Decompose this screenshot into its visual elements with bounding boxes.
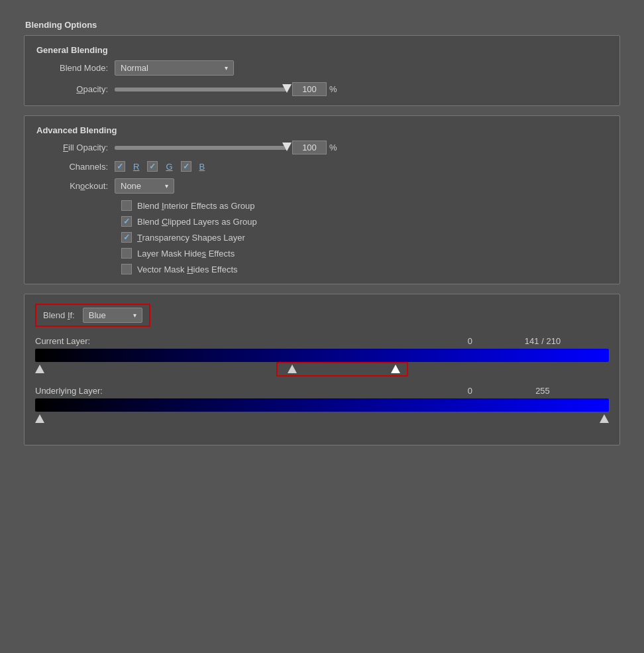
channels-label: Channels: <box>35 162 115 172</box>
channel-r-checkbox[interactable] <box>115 161 125 172</box>
blending-options-panel: Blending Options General Blending Blend … <box>13 13 631 461</box>
underlying-layer-thumbs-row <box>35 414 609 426</box>
transparency-shapes-label: Transparency Shapes Layer <box>137 233 245 243</box>
opacity-slider-container: 100 % <box>115 82 609 96</box>
vector-mask-checkbox[interactable] <box>121 264 132 274</box>
vector-mask-row: Vector Mask Hides Effects <box>121 264 609 274</box>
current-layer-thumbs-row <box>35 365 609 377</box>
transparency-shapes-checkbox[interactable] <box>121 232 132 243</box>
blend-clipped-label: Blend Clipped Layers as Group <box>137 217 257 227</box>
layer-mask-row: Layer Mask Hides Effects <box>121 248 609 259</box>
underlying-layer-val-left: 0 <box>468 386 472 396</box>
opacity-label: Opacity: <box>35 84 115 94</box>
fill-opacity-slider-container: % <box>115 141 609 154</box>
underlying-layer-thumb-left[interactable] <box>35 414 44 423</box>
fill-opacity-slider-track[interactable] <box>115 146 287 150</box>
opacity-value-input[interactable]: 100 <box>292 82 327 96</box>
blend-if-label: Blend If: <box>43 310 75 320</box>
blend-clipped-checkbox[interactable] <box>121 216 132 227</box>
opacity-percent: % <box>329 84 337 94</box>
blend-mode-label: Blend Mode: <box>35 63 115 73</box>
current-layer-thumb-mid-right[interactable] <box>391 365 400 373</box>
current-layer-thumb-left[interactable] <box>35 365 44 373</box>
blend-if-dropdown[interactable]: Blue ▾ <box>83 308 142 323</box>
general-blending-section: General Blending Blend Mode: Normal ▾ Op… <box>24 35 620 106</box>
channel-r-label[interactable]: R <box>133 162 139 172</box>
channel-g-item: G <box>147 161 172 172</box>
blend-if-arrow-icon: ▾ <box>133 312 136 319</box>
blend-clipped-row: Blend Clipped Layers as Group <box>121 216 609 227</box>
layer-mask-label: Layer Mask Hides Effects <box>137 249 235 259</box>
knockout-dropdown[interactable]: None ▾ <box>115 178 174 194</box>
current-layer-values: 0 141 / 210 <box>468 336 609 346</box>
current-layer-gradient-bar <box>35 349 609 362</box>
blend-if-section: Blend If: Blue ▾ Current Layer: 0 141 / … <box>24 294 620 445</box>
knockout-label: Knockout: <box>35 181 115 191</box>
underlying-layer-section: Underlying Layer: 0 255 <box>35 386 609 426</box>
underlying-layer-val-right: 255 <box>476 386 609 396</box>
current-layer-val-left: 0 <box>468 336 472 346</box>
current-layer-val-mid: 141 / 210 <box>476 336 609 346</box>
underlying-layer-values: 0 255 <box>468 386 609 396</box>
channel-g-label[interactable]: G <box>166 162 172 172</box>
blend-mode-row: Blend Mode: Normal ▾ <box>35 60 609 76</box>
opacity-slider-thumb[interactable] <box>282 84 292 93</box>
advanced-blending-title: Advanced Blending <box>35 125 609 135</box>
knockout-arrow-icon: ▾ <box>165 182 168 190</box>
underlying-layer-gradient-bar <box>35 398 609 412</box>
current-layer-header: Current Layer: 0 141 / 210 <box>35 336 609 346</box>
channels-row: Channels: R G B <box>35 161 609 172</box>
opacity-row: Opacity: 100 % <box>35 82 609 96</box>
advanced-options-container: Blend Interior Effects as Group Blend Cl… <box>35 200 609 274</box>
channel-r-item: R <box>115 161 139 172</box>
fill-opacity-percent: % <box>329 143 337 152</box>
opacity-label-text: Opacity: <box>76 84 108 94</box>
current-layer-section: Current Layer: 0 141 / 210 <box>35 336 609 377</box>
blend-mode-arrow-icon: ▾ <box>225 64 228 72</box>
channel-b-label[interactable]: B <box>199 162 205 172</box>
blend-interior-checkbox[interactable] <box>121 200 132 211</box>
vector-mask-label: Vector Mask Hides Effects <box>137 265 238 274</box>
layer-mask-checkbox[interactable] <box>121 248 132 259</box>
fill-opacity-value-input[interactable] <box>292 141 327 154</box>
blend-interior-label: Blend Interior Effects as Group <box>137 201 255 211</box>
channel-b-checkbox[interactable] <box>181 161 191 172</box>
blend-mode-dropdown[interactable]: Normal ▾ <box>115 60 234 76</box>
blend-if-header-wrapper: Blend If: Blue ▾ <box>35 304 609 327</box>
channel-b-item: B <box>181 161 205 172</box>
opacity-slider-track[interactable] <box>115 88 287 91</box>
panel-title: Blending Options <box>24 20 620 30</box>
general-blending-title: General Blending <box>35 45 609 55</box>
current-layer-gradient-container <box>35 349 609 377</box>
advanced-blending-section: Advanced Blending Fill Opacity: % Channe… <box>24 115 620 284</box>
underlying-layer-label: Underlying Layer: <box>35 386 103 396</box>
blend-if-header: Blend If: Blue ▾ <box>35 304 150 327</box>
fill-opacity-slider-thumb[interactable] <box>282 143 292 151</box>
underlying-layer-gradient-container <box>35 398 609 426</box>
fill-opacity-row: Fill Opacity: % <box>35 141 609 154</box>
transparency-shapes-row: Transparency Shapes Layer <box>121 232 609 243</box>
fill-opacity-label: Fill Opacity: <box>35 143 115 152</box>
knockout-row: Knockout: None ▾ <box>35 178 609 194</box>
blend-interior-row: Blend Interior Effects as Group <box>121 200 609 211</box>
blend-mode-value: Normal <box>121 63 148 73</box>
blend-if-value: Blue <box>89 310 106 320</box>
underlying-layer-header: Underlying Layer: 0 255 <box>35 386 609 396</box>
channel-g-checkbox[interactable] <box>147 161 158 172</box>
fill-opacity-slider-fill <box>115 146 287 150</box>
channels-container: R G B <box>115 161 205 172</box>
knockout-value: None <box>121 181 141 191</box>
underlying-layer-thumb-right[interactable] <box>600 414 609 423</box>
current-layer-label: Current Layer: <box>35 336 90 346</box>
current-layer-thumb-mid-left[interactable] <box>288 365 297 373</box>
opacity-slider-fill <box>115 88 287 91</box>
